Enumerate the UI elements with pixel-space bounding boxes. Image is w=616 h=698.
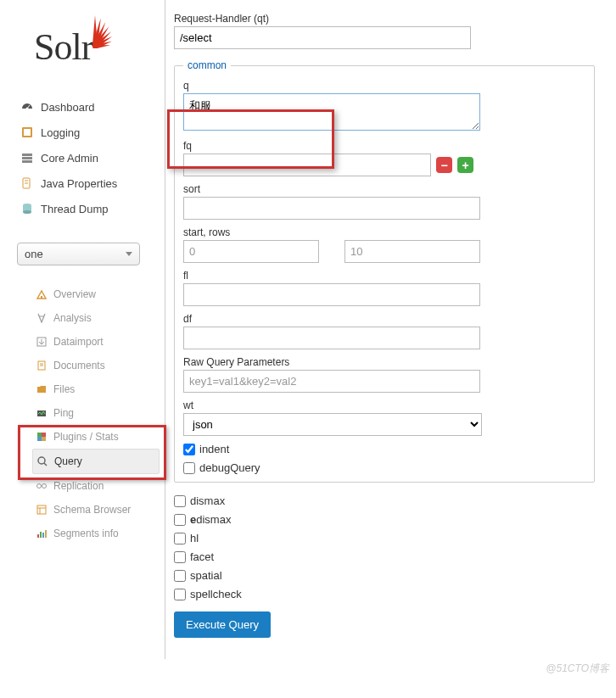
- svg-rect-13: [41, 296, 42, 299]
- nav-label: Ping: [53, 407, 74, 419]
- replication-icon: [36, 480, 48, 492]
- df-input[interactable]: [183, 327, 480, 349]
- svg-rect-21: [37, 437, 42, 441]
- remove-fq-button[interactable]: −: [436, 157, 452, 173]
- nav-label: Java Properties: [41, 177, 117, 190]
- sun-icon: [89, 13, 125, 48]
- nav-label: Thread Dump: [41, 203, 108, 215]
- nav-label: Segments info: [53, 528, 119, 539]
- core-nav-dataimport[interactable]: Dataimport: [32, 330, 161, 354]
- hl-checkbox[interactable]: [174, 533, 186, 544]
- fq-input[interactable]: [183, 154, 431, 176]
- hl-label: hl: [190, 532, 199, 544]
- q-label: q: [183, 80, 585, 92]
- rawq-input[interactable]: [183, 370, 480, 393]
- nav-threaddump[interactable]: Thread Dump: [17, 196, 161, 221]
- execute-query-button[interactable]: Execute Query: [174, 611, 271, 638]
- nav-label: Dataimport: [53, 336, 104, 348]
- core-selector[interactable]: one: [17, 243, 140, 265]
- core-selector-value: one: [25, 248, 43, 260]
- sort-input[interactable]: [183, 197, 480, 220]
- rawq-label: Raw Query Parameters: [183, 356, 585, 368]
- plugins-icon: [36, 431, 48, 443]
- core-nav-overview[interactable]: Overview: [32, 282, 161, 306]
- wt-select[interactable]: json: [183, 413, 482, 436]
- svg-rect-27: [37, 505, 46, 514]
- svg-rect-6: [22, 160, 32, 163]
- logging-icon: [20, 126, 34, 139]
- svg-rect-32: [42, 533, 44, 538]
- core-nav-schema[interactable]: Schema Browser: [32, 498, 161, 522]
- caret-down-icon: [126, 252, 132, 256]
- main-nav: Dashboard Logging Core Admin Java Proper…: [17, 94, 161, 221]
- core-nav-replication[interactable]: Replication: [32, 474, 161, 498]
- nav-label: Overview: [53, 288, 96, 300]
- nav-label: Replication: [53, 480, 104, 492]
- segments-icon: [36, 528, 48, 539]
- nav-label: Dashboard: [41, 101, 95, 114]
- indent-label: indent: [199, 443, 229, 455]
- svg-rect-3: [24, 129, 31, 136]
- fl-input[interactable]: [183, 283, 480, 306]
- svg-line-24: [44, 463, 47, 466]
- core-nav-segments[interactable]: Segments info: [32, 522, 161, 545]
- indent-checkbox[interactable]: [183, 444, 195, 455]
- java-icon: [20, 176, 34, 190]
- nav-label: Query: [54, 455, 82, 467]
- dismax-checkbox[interactable]: [174, 495, 186, 507]
- ping-icon: [36, 407, 48, 419]
- core-nav-plugins[interactable]: Plugins / Stats: [32, 425, 161, 449]
- svg-rect-31: [40, 532, 42, 538]
- startrows-label: start, rows: [183, 226, 585, 238]
- nav-label: Documents: [53, 360, 105, 371]
- add-fq-button[interactable]: +: [457, 157, 473, 173]
- svg-rect-19: [37, 433, 42, 437]
- coreadmin-icon: [20, 151, 34, 165]
- nav-label: Analysis: [53, 312, 92, 324]
- spatial-checkbox[interactable]: [174, 570, 186, 582]
- core-nav-query[interactable]: Query: [32, 449, 160, 474]
- rows-input[interactable]: [344, 240, 480, 263]
- dismax-label: dismax: [190, 494, 225, 507]
- fl-label: fl: [183, 270, 585, 282]
- debugquery-checkbox[interactable]: [183, 462, 195, 474]
- spellcheck-checkbox[interactable]: [174, 589, 186, 600]
- logo: Solr: [34, 13, 161, 69]
- fq-label: fq: [183, 140, 585, 152]
- edismax-checkbox[interactable]: [174, 514, 186, 526]
- documents-icon: [36, 360, 48, 371]
- spellcheck-label: spellcheck: [190, 588, 242, 600]
- dashboard-icon: [20, 100, 34, 114]
- nav-javaproperties[interactable]: Java Properties: [17, 170, 161, 196]
- nav-coreadmin[interactable]: Core Admin: [17, 145, 161, 170]
- nav-dashboard[interactable]: Dashboard: [17, 94, 161, 120]
- svg-point-26: [42, 484, 47, 489]
- svg-point-12: [23, 210, 31, 214]
- facet-label: facet: [190, 550, 214, 563]
- core-nav-documents[interactable]: Documents: [32, 354, 161, 377]
- q-input[interactable]: 和服: [183, 93, 480, 131]
- svg-point-23: [38, 457, 45, 464]
- dataimport-icon: [36, 336, 48, 348]
- svg-rect-30: [37, 534, 39, 538]
- start-input[interactable]: [183, 240, 319, 263]
- nav-label: Schema Browser: [53, 504, 131, 516]
- svg-rect-5: [22, 157, 32, 159]
- core-nav-files[interactable]: Files: [32, 377, 161, 401]
- qt-label: Request-Handler (qt): [174, 13, 595, 25]
- core-nav: Overview Analysis Dataimport Documents F…: [32, 282, 161, 545]
- svg-rect-33: [45, 530, 47, 538]
- logo-text: Solr: [34, 25, 92, 69]
- common-legend: common: [183, 59, 231, 71]
- core-nav-ping[interactable]: Ping: [32, 401, 161, 425]
- qt-input[interactable]: [174, 26, 471, 49]
- query-icon: [36, 455, 48, 467]
- facet-checkbox[interactable]: [174, 551, 186, 563]
- core-nav-analysis[interactable]: Analysis: [32, 306, 161, 330]
- files-icon: [36, 383, 48, 395]
- thread-icon: [20, 202, 34, 215]
- nav-logging[interactable]: Logging: [17, 120, 161, 145]
- df-label: df: [183, 313, 585, 325]
- analysis-icon: [36, 312, 48, 324]
- svg-rect-20: [42, 433, 46, 437]
